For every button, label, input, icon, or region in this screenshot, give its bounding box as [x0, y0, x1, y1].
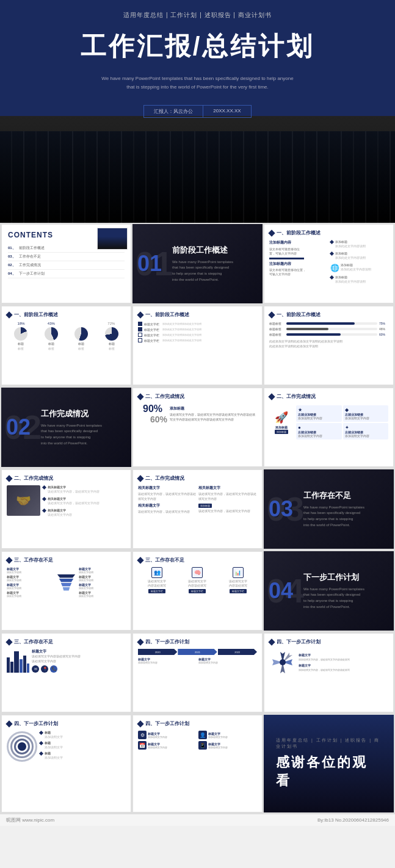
contents-item-3: 02、 工作完成情况	[8, 261, 125, 270]
row-5: 三、工作存在不足 标题文字 添加文字说明 标题文字 添加文字说明 标题文字 添加…	[0, 550, 395, 632]
row-1: CONTENTS 01、 前阶段工作概述 03、 工作存在不足 02、 工作完成…	[0, 223, 395, 305]
slide-s4-concentric: 四、下一步工作计划 标题添加说明文字 标题添加	[1, 715, 131, 812]
diamond-icon-15	[137, 720, 143, 727]
diamond-icon-9	[5, 557, 12, 563]
slide-thankyou: 适用年度总结 | 工作计划 | 述职报告 | 商业计划书 感谢各位的观看	[264, 715, 394, 812]
timeline-arrows: 2020 2021 2022	[138, 649, 257, 655]
icon-people: 👥	[151, 567, 162, 578]
icon-brain: 🧠	[192, 567, 203, 578]
svg-point-5	[280, 659, 286, 665]
row-4: 二、工作完成情况 🤝 相关标题文字该处填写文字内容，该处填写文字内容 相关标题文…	[0, 468, 395, 550]
diamond-icon-13	[268, 638, 275, 645]
slide-s4-starburst: 四、下一步工作计划 标题文字 添加说明文字内容，该处填写文字内容该处填写 标题文…	[264, 633, 394, 712]
slide-s4-timeline: 四、下一步工作计划 2020 2021 2022 标题文字 添加说明文字内容	[132, 633, 263, 712]
row-3: 02 02 工作完成情况 We have many PowerPoint tem…	[0, 386, 395, 468]
diamond-icon-5	[137, 393, 143, 400]
contents-item-2: 03、 工作存在不足	[8, 253, 125, 261]
sq-icon-4: 📱	[198, 741, 207, 750]
icon-chart: 📊	[233, 567, 244, 578]
diamond-icon-14	[5, 720, 12, 727]
globe-area: 🌐	[330, 264, 339, 272]
slides-collection: CONTENTS 01、 前阶段工作概述 03、 工作存在不足 02、 工作完成…	[0, 223, 395, 814]
nipic-watermark: 昵图网 www.nipic.com	[6, 817, 54, 823]
cover-desc2: that is stepping into the world of Power…	[37, 83, 358, 92]
slide-s2-photo: 二、工作完成情况 🤝 相关标题文字该处填写文字内容，该处填写文字内容 相关标题文…	[1, 469, 131, 549]
sq-icon-2: 👤	[198, 731, 207, 739]
slide-s3-funnel: 三、工作存在不足 标题文字 添加文字说明 标题文字 添加文字说明 标题文字 添加…	[1, 551, 131, 631]
slide-contents: CONTENTS 01、 前阶段工作概述 03、 工作存在不足 02、 工作完成…	[1, 224, 131, 303]
slide-progress: 一、前阶段工作概述 标题标签 75% 标题标签 46%	[264, 306, 394, 385]
cover-subtitle: 适用年度总结 | 工作计划 | 述职报告 | 商业计划书	[123, 12, 271, 18]
concentric-chart	[7, 731, 37, 762]
slide-dark-03: 03 03 工作存在不足 We have many PowerPoint tem…	[264, 469, 394, 549]
starburst-chart	[269, 649, 297, 676]
cover-slide: 适用年度总结 | 工作计划 | 述职报告 | 商业计划书 工作汇报/总结计划 W…	[0, 0, 395, 223]
slide-s3-icons: 三、工作存在不足 👥 该处填写文字内容该处填写 标题文字栏 🧠 该处填写文字内容…	[132, 551, 263, 631]
slide-dark-02: 02 02 工作完成情况 We have many PowerPoint tem…	[1, 388, 131, 467]
slide-s3-buildings: 三、工作存在不足 标题文字 该处填写文字内容该处填写文字内容该处填写文字内容 ✉	[1, 633, 131, 712]
author-watermark: By:lb13 No.20200604212825946	[317, 817, 389, 823]
slide-dark-01: 01 01 前阶段工作概述 We have many PowerPoint te…	[132, 224, 263, 303]
team-photo: 🤝	[7, 485, 40, 516]
slide-checklist: 一、前阶段工作概述 标题文字栏 添加此处文字说明添加此处文字说明 标题文字栏 添…	[132, 306, 263, 385]
cover-title: 工作汇报/总结计划	[81, 32, 315, 60]
bottom-bar: 昵图网 www.nipic.com By:lb13 No.20200604212…	[0, 814, 395, 826]
diamond-icon	[268, 230, 275, 236]
diamond-icon-8	[137, 475, 143, 482]
date-box: 20XX.XX.XX	[203, 105, 251, 118]
sq-icon-1: ⚙	[138, 731, 147, 739]
slide-s1-overview: 一、前阶段工作概述 注加标题内容 该文本框可随意移动位置，可输入文字内容 注加标…	[264, 224, 394, 303]
diamond-icon-4	[268, 311, 275, 318]
slide-donut: 一、前阶段工作概述 18% 43% 72% 标题 标签 标题 标签	[1, 306, 131, 385]
slide-dark-04: 04 04 下一步工作计划 We have many PowerPoint te…	[264, 551, 394, 631]
diamond-icon-10	[137, 557, 143, 563]
diamond-icon-6	[268, 393, 275, 400]
row-2: 一、前阶段工作概述 18% 43% 72% 标题 标签 标题 标签	[0, 305, 395, 386]
row-6: 三、工作存在不足 标题文字 该处填写文字内容该处填写文字内容该处填写文字内容 ✉	[0, 632, 395, 714]
diamond-icon-12	[137, 638, 143, 645]
slide-s2-rocket: 二、工作完成情况 🚀 添加标题 添加标题 ★ 左就业加链接 添加说明文字内容 ◆	[264, 388, 394, 467]
rocket-icon: 🚀	[275, 411, 288, 424]
thumb-preview	[97, 228, 128, 250]
sq-icon-3: 📅	[138, 741, 147, 750]
slide-s2-nums: 二、工作完成情况 90% 60% 添加标题 该处填写文字内容，该处填写文字内容该…	[132, 388, 263, 467]
diamond-icon-2	[5, 311, 12, 318]
slide-s4-grid-icons: 四、下一步工作计划 ⚙ 标题文字 添加说明文字内容 👤 标题文字 添加说明文字内…	[132, 715, 263, 812]
diamond-icon-3	[137, 311, 143, 318]
donut-chart-4	[105, 327, 118, 341]
presenter-box: 汇报人：风云办公	[143, 105, 203, 118]
diamond-icon-7	[5, 475, 12, 482]
thankyou-title: 感谢各位的观看	[276, 753, 382, 790]
donut-chart-3	[74, 327, 88, 341]
row-7: 四、下一步工作计划 标题添加说明文字 标题添加	[0, 714, 395, 814]
diamond-icon-11	[5, 638, 12, 645]
funnel-shape	[56, 567, 77, 598]
cover-desc1: We have many PowerPoint templates that h…	[37, 74, 358, 83]
buildings-icon	[7, 651, 29, 673]
donut-chart-2	[45, 327, 58, 341]
thankyou-subtitle: 适用年度总结 | 工作计划 | 述职报告 | 商业计划书	[276, 737, 382, 750]
contents-item-4: 04、 下一步工作计划	[8, 270, 125, 278]
donut-chart-1	[14, 327, 27, 341]
slide-s2-textblocks: 二、工作完成情况 相关标题文字 该处填写文字内容，该处填写文字内容该处填写文字内…	[132, 469, 263, 549]
